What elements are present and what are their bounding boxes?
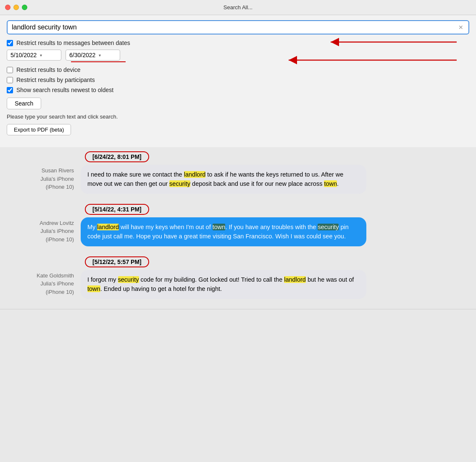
result-item: Andrew LovitzJulia's iPhone(iPhone 10) [… [7, 204, 469, 246]
main-panel: ✕ Restrict results to messages between d… [0, 15, 476, 147]
highlight-security: security [169, 180, 190, 187]
message-bubble: I forgot my security code for my buildin… [81, 270, 366, 299]
restrict-device-checkbox[interactable] [7, 67, 13, 73]
arrow-date-row-annotation [284, 54, 461, 68]
date-selectors-row: 5/10/2022 ▾ 6/30/2022 ▾ [7, 50, 469, 61]
highlight-town: town [213, 224, 226, 230]
message-bubble: My landlord will have my keys when I'm o… [81, 217, 366, 246]
search-input[interactable] [12, 24, 458, 31]
restrict-participants-checkbox[interactable] [7, 77, 13, 83]
timestamp: [6/24/22, 8:01 PM] [85, 151, 149, 162]
bubble-container: [6/24/22, 8:01 PM] I need to make sure w… [81, 151, 469, 194]
newest-oldest-row: Show search results newest to oldest [7, 87, 469, 93]
end-date-chevron: ▾ [99, 53, 116, 58]
export-button[interactable]: Export to PDF (beta) [7, 124, 71, 135]
search-input-row: ✕ [7, 20, 469, 34]
end-date-select[interactable]: 6/30/2022 ▾ [66, 50, 120, 61]
highlight-town: town [324, 180, 337, 187]
timestamp: [5/14/22, 4:31 PM] [85, 204, 149, 215]
start-date-chevron: ▾ [40, 53, 58, 58]
message-bubble: I need to make sure we contact the landl… [81, 165, 366, 194]
newest-oldest-label: Show search results newest to oldest [16, 87, 113, 93]
sender-info: Andrew LovitzJulia's iPhone(iPhone 10) [7, 204, 74, 244]
options-area: Restrict results to messages between dat… [7, 40, 469, 93]
start-date-select[interactable]: 5/10/2022 ▾ [7, 50, 61, 61]
start-date-value: 5/10/2022 [11, 52, 37, 58]
highlight-security: security [318, 224, 339, 230]
highlight-landlord: landlord [284, 276, 306, 283]
highlight-town: town [87, 285, 100, 292]
sender-info: Susan RiversJulia's iPhone(iPhone 10) [7, 151, 74, 191]
restrict-participants-label: Restrict results by participants [16, 77, 95, 83]
restrict-participants-row: Restrict results by participants [7, 77, 469, 83]
arrow-dates-annotation [326, 36, 461, 50]
bubble-container: [5/14/22, 4:31 PM] My landlord will have… [81, 204, 469, 246]
highlight-landlord: landlord [97, 224, 119, 230]
timestamp: [5/12/22, 5:57 PM] [85, 256, 149, 267]
traffic-lights [5, 5, 27, 10]
maximize-button[interactable] [22, 5, 27, 10]
restrict-device-label: Restrict results to device [16, 66, 81, 73]
bubble-container: [5/12/22, 5:57 PM] I forgot my security … [81, 256, 469, 299]
sender-info: Kate GoldsmithJulia's iPhone(iPhone 10) [7, 256, 74, 296]
minimize-button[interactable] [13, 5, 19, 10]
highlight-security: security [118, 276, 139, 283]
result-item: Kate GoldsmithJulia's iPhone(iPhone 10) … [7, 256, 469, 299]
restrict-dates-label: Restrict results to messages between dat… [16, 40, 130, 46]
results-area: Susan RiversJulia's iPhone(iPhone 10) [6… [0, 147, 476, 316]
window-title: Search All... [224, 4, 252, 11]
close-button[interactable] [5, 5, 11, 10]
title-bar: Search All... [0, 0, 476, 15]
divider [0, 309, 476, 309]
hint-text: Please type your search text and click s… [7, 114, 469, 120]
newest-oldest-checkbox[interactable] [7, 87, 13, 93]
restrict-dates-row: Restrict results to messages between dat… [7, 40, 130, 46]
result-item: Susan RiversJulia's iPhone(iPhone 10) [6… [7, 151, 469, 194]
search-button[interactable]: Search [7, 98, 41, 109]
clear-button[interactable]: ✕ [458, 24, 464, 31]
end-date-underline [71, 61, 126, 62]
highlight-landlord: landlord [184, 171, 206, 178]
end-date-value: 6/30/2022 [69, 52, 95, 58]
restrict-dates-checkbox[interactable] [7, 40, 13, 46]
